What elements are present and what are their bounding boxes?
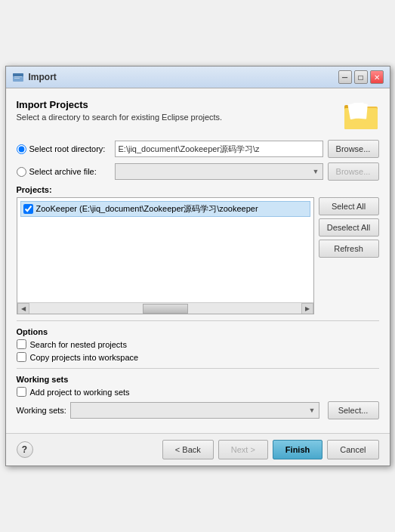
next-button[interactable]: Next >	[218, 440, 268, 459]
archive-file-browse-button[interactable]: Browse...	[328, 162, 379, 181]
projects-list: ZooKeeper (E:\jiq_document\Zookeeper源码学习…	[17, 198, 313, 304]
dialog-footer: ? < Back Next > Finish Cancel	[6, 433, 390, 466]
root-dir-input[interactable]	[115, 141, 323, 157]
deselect-all-button[interactable]: Deselect All	[319, 218, 379, 237]
projects-section: ZooKeeper (E:\jiq_document\Zookeeper源码学习…	[17, 197, 379, 314]
root-dir-radio[interactable]	[17, 144, 26, 154]
root-dir-row: Select root directory: Browse...	[17, 140, 379, 158]
help-button[interactable]: ?	[17, 441, 33, 458]
projects-container: ZooKeeper (E:\jiq_document\Zookeeper源码学习…	[17, 197, 314, 314]
footer-buttons: < Back Next > Finish Cancel	[162, 440, 379, 459]
window-title: Import	[29, 72, 57, 82]
svg-rect-3	[14, 78, 20, 79]
working-sets-select-button[interactable]: Select...	[328, 401, 379, 419]
svg-rect-1	[13, 73, 23, 76]
combo-arrow-icon: ▼	[313, 168, 319, 175]
separator-1	[17, 320, 379, 321]
dialog-title: Import Projects	[17, 99, 223, 110]
scroll-track[interactable]	[29, 303, 301, 314]
working-sets-combo[interactable]: ▼	[70, 402, 319, 419]
list-item: ZooKeeper (E:\jiq_document\Zookeeper源码学习…	[20, 201, 310, 217]
svg-rect-2	[14, 76, 22, 77]
finish-button[interactable]: Finish	[273, 440, 322, 459]
project-checkbox[interactable]	[23, 204, 33, 214]
nested-projects-checkbox[interactable]	[17, 339, 26, 349]
add-working-sets-label: Add project to working sets	[30, 388, 130, 397]
dialog-content: Import Projects Select a directory to se…	[6, 88, 390, 433]
import-dialog: Import ─ □ ✕ Import Projects Select a di…	[5, 66, 390, 466]
working-sets-label: Working sets	[17, 375, 379, 384]
copy-projects-label: Copy projects into workspace	[30, 353, 139, 362]
title-bar-left: Import	[12, 71, 57, 83]
scroll-left-button[interactable]: ◀	[17, 303, 29, 314]
svg-rect-9	[356, 103, 368, 119]
header-text: Import Projects Select a directory to se…	[17, 99, 223, 122]
minimize-button[interactable]: ─	[338, 70, 352, 84]
projects-action-buttons: Select All Deselect All Refresh	[319, 197, 379, 314]
projects-list-container: ZooKeeper (E:\jiq_document\Zookeeper源码学习…	[17, 197, 314, 314]
separator-2	[17, 368, 379, 369]
working-sets-section: Working sets Add project to working sets…	[17, 375, 379, 419]
scroll-thumb[interactable]	[143, 304, 188, 314]
root-dir-label[interactable]: Select root directory:	[17, 144, 115, 154]
header-section: Import Projects Select a directory to se…	[17, 99, 379, 131]
working-sets-row: Working sets: ▼ Select...	[17, 401, 379, 419]
refresh-button[interactable]: Refresh	[319, 240, 379, 258]
maximize-button[interactable]: □	[354, 70, 368, 84]
scroll-right-button[interactable]: ▶	[301, 303, 313, 314]
window-icon	[12, 71, 24, 83]
select-all-button[interactable]: Select All	[319, 197, 379, 215]
nested-projects-row: Search for nested projects	[17, 339, 379, 349]
title-bar: Import ─ □ ✕	[6, 66, 390, 88]
folder-icon	[343, 99, 379, 131]
sets-label: Working sets:	[17, 406, 66, 415]
options-label: Options	[17, 327, 379, 336]
copy-projects-checkbox[interactable]	[17, 352, 26, 362]
working-sets-combo-arrow-icon: ▼	[309, 407, 316, 414]
footer-left: ?	[17, 441, 33, 458]
archive-file-label[interactable]: Select archive file:	[17, 167, 115, 177]
root-dir-browse-button[interactable]: Browse...	[328, 140, 379, 158]
archive-file-row: Select archive file: ▼ Browse...	[17, 162, 379, 181]
nested-projects-label: Search for nested projects	[30, 340, 127, 349]
copy-projects-row: Copy projects into workspace	[17, 352, 379, 362]
options-section: Options Search for nested projects Copy …	[17, 327, 379, 362]
project-name: ZooKeeper (E:\jiq_document\Zookeeper源码学习…	[36, 203, 258, 215]
archive-file-combo[interactable]: ▼	[115, 163, 323, 180]
cancel-button[interactable]: Cancel	[327, 440, 378, 459]
title-controls: ─ □ ✕	[338, 70, 384, 84]
close-button[interactable]: ✕	[370, 70, 384, 84]
add-working-sets-checkbox[interactable]	[17, 387, 26, 397]
add-to-working-sets-row: Add project to working sets	[17, 387, 379, 397]
projects-label: Projects:	[17, 185, 379, 194]
dialog-subtitle: Select a directory to search for existin…	[17, 113, 223, 122]
back-button[interactable]: < Back	[162, 440, 214, 459]
horizontal-scrollbar[interactable]: ◀ ▶	[17, 302, 313, 314]
archive-file-radio[interactable]	[17, 167, 26, 177]
